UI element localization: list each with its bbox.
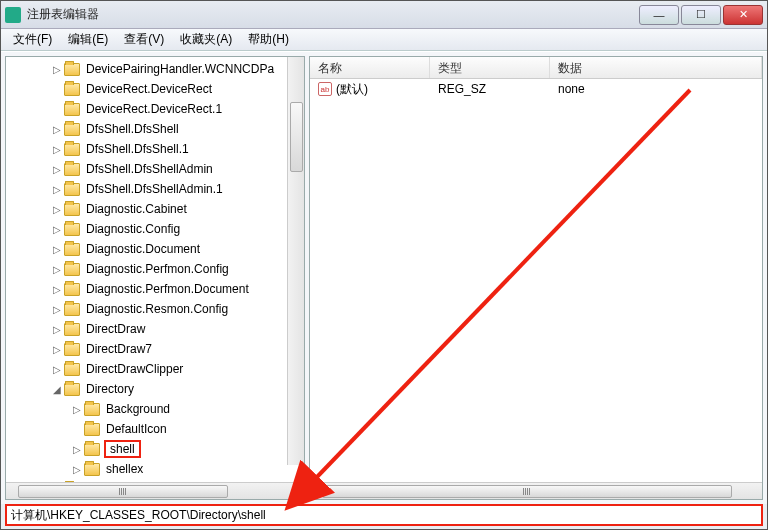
app-icon — [5, 7, 21, 23]
col-data[interactable]: 数据 — [550, 57, 762, 78]
tree-node[interactable]: ▷DirectDraw — [10, 319, 304, 339]
tree-node[interactable]: ▷DirectDraw7 — [10, 339, 304, 359]
expander-icon[interactable]: ▷ — [50, 264, 64, 275]
tree-node-label: Diagnostic.Perfmon.Config — [84, 262, 231, 276]
tree-scroll-thumb[interactable] — [290, 102, 303, 172]
folder-icon — [64, 63, 80, 76]
menu-edit[interactable]: 编辑(E) — [60, 29, 116, 50]
tree-node-label: DirectDraw — [84, 322, 147, 336]
value-name: (默认) — [336, 81, 368, 98]
minimize-button[interactable]: — — [639, 5, 679, 25]
expander-icon[interactable]: ▷ — [50, 184, 64, 195]
value-data: none — [550, 82, 762, 96]
tree-node-label: DeviceRect.DeviceRect — [84, 82, 214, 96]
tree-node-label: DefaultIcon — [104, 422, 169, 436]
tree-node-label: Diagnostic.Document — [84, 242, 202, 256]
tree-node[interactable]: ▷DfsShell.DfsShell.1 — [10, 139, 304, 159]
folder-icon — [64, 363, 80, 376]
expander-icon[interactable]: ▷ — [50, 164, 64, 175]
regedit-window: 注册表编辑器 — ☐ ✕ 文件(F) 编辑(E) 查看(V) 收藏夹(A) 帮助… — [0, 0, 768, 530]
expander-icon[interactable]: ▷ — [70, 444, 84, 455]
expander-icon[interactable]: ▷ — [70, 404, 84, 415]
expander-icon[interactable]: ▷ — [50, 284, 64, 295]
tree-node-label: Diagnostic.Config — [84, 222, 182, 236]
folder-icon — [64, 343, 80, 356]
maximize-button[interactable]: ☐ — [681, 5, 721, 25]
expander-icon[interactable]: ▷ — [50, 204, 64, 215]
col-type[interactable]: 类型 — [430, 57, 550, 78]
tree-node-label: DfsShell.DfsShellAdmin.1 — [84, 182, 225, 196]
value-row[interactable]: ab(默认)REG_SZnone — [310, 79, 762, 99]
expander-icon[interactable]: ▷ — [50, 244, 64, 255]
folder-icon — [64, 123, 80, 136]
tree-node[interactable]: DeviceRect.DeviceRect.1 — [10, 99, 304, 119]
close-button[interactable]: ✕ — [723, 5, 763, 25]
tree-node[interactable]: ▷DfsShell.DfsShell — [10, 119, 304, 139]
title-bar[interactable]: 注册表编辑器 — ☐ ✕ — [1, 1, 767, 29]
tree-node[interactable]: ▷DfsShell.DfsShellAdmin.1 — [10, 179, 304, 199]
expander-icon[interactable]: ▷ — [50, 144, 64, 155]
tree-node[interactable]: ▷Diagnostic.Config — [10, 219, 304, 239]
tree-horizontal-scrollbar[interactable] — [6, 482, 304, 499]
tree-node-label: Diagnostic.Perfmon.Document — [84, 282, 251, 296]
folder-icon — [64, 163, 80, 176]
list-header: 名称 类型 数据 — [310, 57, 762, 79]
tree-node[interactable]: ▷Diagnostic.Resmon.Config — [10, 299, 304, 319]
tree-node[interactable]: ▷shell — [10, 439, 304, 459]
tree-node-label: Diagnostic.Resmon.Config — [84, 302, 230, 316]
tree-node[interactable]: DeviceRect.DeviceRect — [10, 79, 304, 99]
tree-node[interactable]: ▷Diagnostic.Document — [10, 239, 304, 259]
expander-icon[interactable]: ▷ — [50, 224, 64, 235]
menu-favorites[interactable]: 收藏夹(A) — [172, 29, 240, 50]
list-horizontal-scrollbar[interactable] — [310, 482, 762, 499]
expander-icon[interactable]: ▷ — [50, 124, 64, 135]
tree-vertical-scrollbar[interactable] — [287, 57, 304, 465]
expander-icon[interactable]: ▷ — [70, 464, 84, 475]
tree-node-label: DfsShell.DfsShell — [84, 122, 181, 136]
status-bar: 计算机\HKEY_CLASSES_ROOT\Directory\shell — [5, 504, 763, 526]
expander-icon[interactable]: ▷ — [50, 304, 64, 315]
value-type: REG_SZ — [430, 82, 550, 96]
col-name[interactable]: 名称 — [310, 57, 430, 78]
tree-node[interactable]: DefaultIcon — [10, 419, 304, 439]
folder-icon — [64, 263, 80, 276]
tree-node-label: Directory — [84, 382, 136, 396]
tree-node[interactable]: ▷DevicePairingHandler.WCNNCDPa — [10, 59, 304, 79]
tree-node[interactable]: ▷Diagnostic.Cabinet — [10, 199, 304, 219]
menu-view[interactable]: 查看(V) — [116, 29, 172, 50]
tree-node[interactable]: ◢Directory — [10, 379, 304, 399]
folder-icon — [84, 423, 100, 436]
tree-node[interactable]: ▷Diagnostic.Perfmon.Document — [10, 279, 304, 299]
client-area: ▷DevicePairingHandler.WCNNCDPaDeviceRect… — [1, 51, 767, 504]
tree-node-label: Background — [104, 402, 172, 416]
tree-node-label: Diagnostic.Cabinet — [84, 202, 189, 216]
tree-node[interactable]: ▷shellex — [10, 459, 304, 479]
values-list[interactable]: ab(默认)REG_SZnone — [310, 79, 762, 482]
folder-icon — [64, 303, 80, 316]
tree-node[interactable]: ▷Diagnostic.Perfmon.Config — [10, 259, 304, 279]
menu-help[interactable]: 帮助(H) — [240, 29, 297, 50]
folder-icon — [64, 383, 80, 396]
list-hscroll-thumb[interactable] — [322, 485, 732, 498]
tree-node-label: shellex — [104, 462, 145, 476]
tree-panel: ▷DevicePairingHandler.WCNNCDPaDeviceRect… — [5, 56, 305, 500]
expander-icon[interactable]: ▷ — [50, 364, 64, 375]
tree-node-label: DfsShell.DfsShellAdmin — [84, 162, 215, 176]
tree-node[interactable]: ▷DfsShell.DfsShellAdmin — [10, 159, 304, 179]
expander-icon[interactable]: ▷ — [50, 344, 64, 355]
menu-file[interactable]: 文件(F) — [5, 29, 60, 50]
folder-icon — [84, 403, 100, 416]
expander-icon[interactable]: ▷ — [50, 324, 64, 335]
tree-node[interactable]: ▷DirectDrawClipper — [10, 359, 304, 379]
expander-icon[interactable]: ◢ — [50, 384, 64, 395]
window-title: 注册表编辑器 — [27, 6, 637, 23]
tree-node[interactable]: ▷Background — [10, 399, 304, 419]
tree-hscroll-thumb[interactable] — [18, 485, 228, 498]
tree-node-label: DirectDrawClipper — [84, 362, 185, 376]
window-buttons: — ☐ ✕ — [637, 5, 763, 25]
tree-node-label: DeviceRect.DeviceRect.1 — [84, 102, 224, 116]
menu-bar: 文件(F) 编辑(E) 查看(V) 收藏夹(A) 帮助(H) — [1, 29, 767, 51]
expander-icon[interactable]: ▷ — [50, 64, 64, 75]
registry-tree[interactable]: ▷DevicePairingHandler.WCNNCDPaDeviceRect… — [6, 57, 304, 482]
folder-icon — [64, 223, 80, 236]
